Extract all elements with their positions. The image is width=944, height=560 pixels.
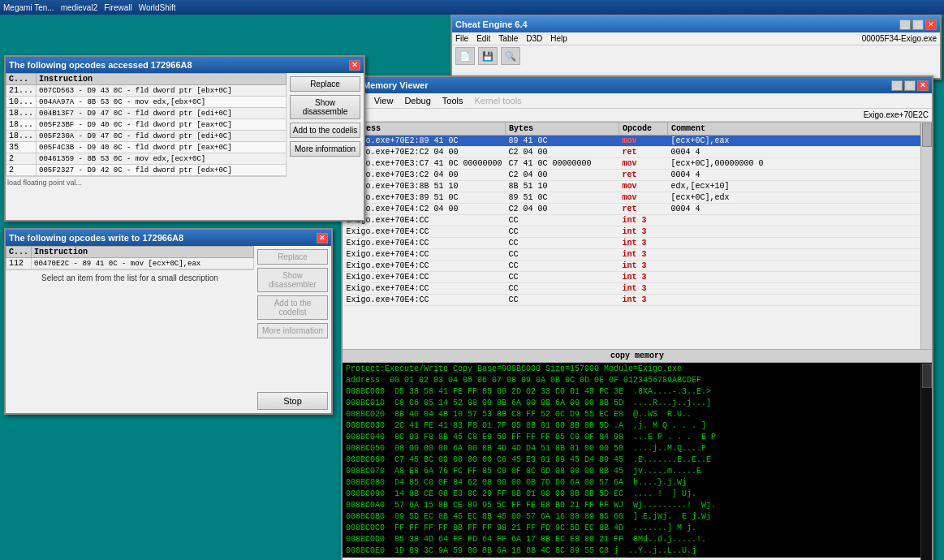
- opcodes-write-window: The following opcodes write to 172966A8 …: [4, 228, 333, 415]
- ce-toolbar-btn1[interactable]: 📄: [455, 47, 475, 65]
- ce-menu-help[interactable]: Help: [550, 34, 567, 43]
- table-row[interactable]: 200461359 - 8B 53 0C - mov edx,[ecx+0C]: [6, 153, 287, 165]
- opcodes-accessed-titlebar-buttons: ✕: [349, 60, 360, 71]
- list-item: 008BC040 8C 03 F8 8B 45 C8 E9 50 FF FF F…: [346, 432, 920, 443]
- stop-btn[interactable]: Stop: [257, 392, 328, 410]
- opcodes-write-content: C... Instruction 11200470E2C - 89 41 0C …: [6, 246, 331, 413]
- opcodes-accessed-title: The following opcodes accessed 172966A8: [9, 60, 192, 70]
- mv-hex-scrollbar[interactable]: [920, 363, 932, 560]
- write-show-disassembler-btn[interactable]: Show disassembler: [257, 268, 328, 292]
- mv-menu-debug[interactable]: Debug: [402, 95, 433, 106]
- table-row[interactable]: 2005F2327 - D9 42 0C - fld dword ptr [ed…: [6, 165, 287, 176]
- ce-menu-table[interactable]: Table: [498, 34, 518, 43]
- table-row[interactable]: Exigo.exe+70E4:CCCCint 3: [343, 215, 920, 226]
- write-add-codelist-btn[interactable]: Add to the codelist: [257, 295, 328, 320]
- write-col-count: C...: [6, 247, 32, 258]
- memory-viewer-menubar: File View Debug Tools Kernel tools: [343, 93, 932, 109]
- table-row[interactable]: 18...005F230A - D9 47 0C - fld dword ptr…: [6, 131, 287, 142]
- ce-menu-d3d[interactable]: D3D: [526, 34, 542, 43]
- write-more-info-btn[interactable]: More information: [257, 323, 328, 338]
- ce-toolbar-btn3[interactable]: 🔍: [501, 47, 520, 65]
- mv-menu-view[interactable]: View: [372, 95, 396, 106]
- table-row[interactable]: 18...004B13F7 - D9 47 0C - fld dword ptr…: [6, 108, 287, 119]
- mv-hex-scrollbar-thumb[interactable]: [922, 364, 932, 388]
- opcodes-write-close-btn[interactable]: ✕: [317, 233, 328, 243]
- mv-hex-rows: 008BC000 D5 38 58 41 FE FF 85 00 2D 02 3…: [346, 386, 920, 558]
- table-row[interactable]: Exigo.exe+70E4:CCCCint 3: [343, 238, 920, 249]
- opcodes-accessed-table: C... Instruction 21...007CD563 - D9 43 0…: [6, 73, 287, 176]
- mv-menu-tools[interactable]: Tools: [440, 95, 466, 106]
- show-disassemble-btn[interactable]: Show disassemble: [290, 95, 360, 119]
- memory-viewer-titlebar-buttons: _ □ ✕: [891, 80, 929, 91]
- list-item: 008BC060 C7 45 BC 00 00 00 00 C6 45 E3 0…: [346, 454, 920, 466]
- opcodes-write-table: C... Instruction 11200470E2C - 89 41 0C …: [6, 246, 254, 269]
- table-row[interactable]: Exigo.exe+70E2:C2 04 00C2 04 00ret0004 4: [343, 147, 920, 158]
- opcodes-accessed-window: The following opcodes accessed 172966A8 …: [4, 55, 365, 222]
- table-row[interactable]: Exigo.exe+70E3:C2 04 00C2 04 00ret0004 4: [343, 170, 920, 181]
- replace-btn[interactable]: Replace: [290, 76, 360, 92]
- ce-main-window: Cheat Engine 6.4 _ □ ✕ File Edit Table D…: [450, 15, 942, 80]
- ce-menu-file[interactable]: File: [455, 34, 468, 43]
- list-item: 008BC080 D4 85 C0 0F 84 62 08 00 00 0B 7…: [346, 477, 920, 489]
- mv-hex-header-row: address 00 01 02 03 04 05 06 07 08 09 0A…: [346, 375, 920, 386]
- opcodes-write-buttons: Replace Show disassembler Add to the cod…: [254, 246, 331, 413]
- write-col-instruction: Instruction: [32, 247, 254, 258]
- taskbar-item-worldshift[interactable]: WorldShift: [139, 3, 176, 12]
- ce-minimize-btn[interactable]: _: [899, 19, 911, 30]
- list-item: 008BC020 8B 40 04 4B 10 57 53 8B C8 FF 5…: [346, 409, 920, 420]
- table-row[interactable]: Exigo.exe+70E3:C7 41 0C 00000000C7 41 0C…: [343, 158, 920, 170]
- table-row[interactable]: Exigo.exe+70E3:89 51 0C89 51 0Cmov[ecx+0…: [343, 192, 920, 204]
- desktop: Cheat Engine 6.4 _ □ ✕ File Edit Table D…: [0, 15, 944, 560]
- write-replace-btn[interactable]: Replace: [257, 249, 328, 265]
- mv-close-btn[interactable]: ✕: [917, 80, 929, 91]
- mv-maximize-btn[interactable]: □: [904, 80, 916, 91]
- table-row[interactable]: Exigo.exe+70E4:CCCCint 3: [343, 295, 920, 306]
- col-instruction: Instruction: [37, 74, 287, 85]
- table-row[interactable]: Exigo.exe+70E4:CCCCint 3: [343, 283, 920, 295]
- taskbar-item-firewall[interactable]: Firewall: [104, 3, 131, 12]
- ce-menu-edit[interactable]: Edit: [476, 34, 490, 43]
- memory-viewer-titlebar: 🔍 Memory Viewer _ □ ✕: [343, 77, 932, 93]
- ce-maximize-btn[interactable]: □: [912, 19, 924, 30]
- ce-toolbar-btn2[interactable]: 💾: [478, 47, 498, 65]
- opcodes-write-titlebar-buttons: ✕: [317, 233, 328, 243]
- table-row[interactable]: 11200470E2C - 89 41 0C - mov [ecx+0C],ea…: [6, 258, 254, 269]
- ce-titlebar-buttons: _ □ ✕: [899, 19, 937, 30]
- ce-close-btn[interactable]: ✕: [925, 19, 937, 30]
- table-row[interactable]: Exigo.exe+70E4:CCCCint 3: [343, 261, 920, 272]
- opcodes-accessed-buttons: Replace Show disassemble Add to the code…: [287, 73, 364, 220]
- list-item: 008BC0B0 09 5D EC 8B 45 EC 8B 45 00 57 6…: [346, 511, 920, 523]
- mv-disasm-scrollbar-thumb[interactable]: [922, 123, 932, 147]
- write-description: Select an item from the list for a small…: [7, 272, 252, 284]
- mv-col-comment: Comment: [668, 123, 920, 136]
- more-information-btn[interactable]: More information: [290, 141, 360, 157]
- mv-col-opcode: Opcode: [619, 123, 668, 136]
- add-to-codelist-btn[interactable]: Add to the codelis: [290, 123, 360, 138]
- table-row[interactable]: Exigo.exe+70E2:89 41 0C89 41 0Cmov[ecx+0…: [343, 136, 920, 147]
- opcodes-accessed-list: C... Instruction 21...007CD563 - D9 43 0…: [6, 73, 287, 220]
- table-row[interactable]: Exigo.exe+70E3:8B 51 108B 51 10movedx,[e…: [343, 181, 920, 192]
- taskbar-item-megami[interactable]: Megami Ten...: [3, 3, 54, 12]
- write-description-area: Select an item from the list for a small…: [6, 269, 254, 351]
- ce-main-title: Cheat Engine 6.4: [455, 19, 528, 29]
- opcodes-accessed-close-btn[interactable]: ✕: [349, 60, 360, 71]
- mv-menu-kernel: Kernel tools: [472, 95, 524, 106]
- opcodes-footer: load floating point val...: [6, 176, 287, 188]
- taskbar-item-medieval[interactable]: medieval2: [61, 3, 98, 12]
- table-row[interactable]: Exigo.exe+70E4:CCCCint 3: [343, 249, 920, 261]
- table-row[interactable]: 35005F4C3B - D9 40 0C - fld dword ptr [e…: [6, 142, 287, 153]
- list-item: 008BC030 2C 41 FE 41 83 F8 01 7F 05 8B 0…: [346, 420, 920, 432]
- mv-copy-memory-header: copy memory: [343, 349, 932, 363]
- list-item: 008BC050 08 00 00 00 6A 00 8B 4D 4D D4 5…: [346, 443, 920, 454]
- table-row[interactable]: 18...005F23BF - D9 40 0C - fld dword ptr…: [6, 119, 287, 131]
- table-row[interactable]: Exigo.exe+70E4:CCCCint 3: [343, 272, 920, 283]
- mv-hex-content: Protect:Execute/Write Copy Base=008BC000…: [343, 363, 932, 558]
- mv-disasm-scrollbar[interactable]: [920, 122, 932, 349]
- table-row[interactable]: 10...004AA97A - 8B 53 0C - mov edx,[ebx+…: [6, 97, 287, 108]
- mv-minimize-btn[interactable]: _: [891, 80, 903, 91]
- table-row[interactable]: Exigo.exe+70E4:CCCCint 3: [343, 226, 920, 238]
- opcodes-accessed-content: C... Instruction 21...007CD563 - D9 43 0…: [6, 73, 364, 220]
- table-row[interactable]: Exigo.exe+70E4:C2 04 00C2 04 00ret0004 4: [343, 204, 920, 215]
- mv-disasm-area: Address Bytes Opcode Comment Exigo.exe+7…: [343, 122, 932, 349]
- table-row[interactable]: 21...007CD563 - D9 43 0C - fld dword ptr…: [6, 85, 287, 97]
